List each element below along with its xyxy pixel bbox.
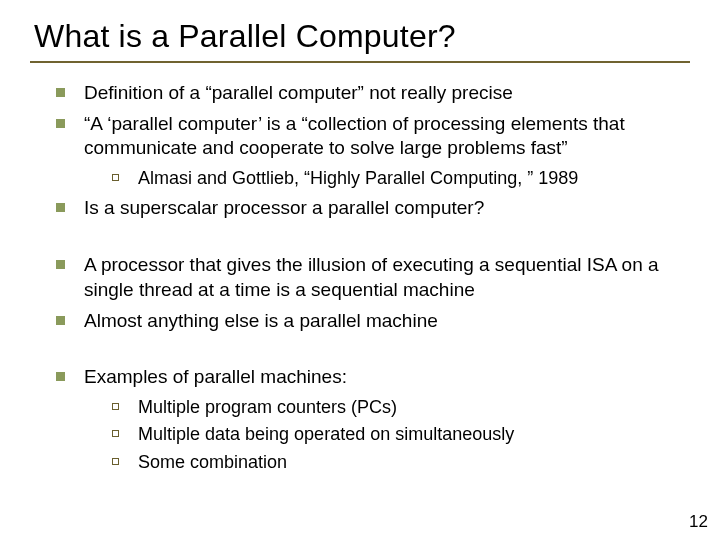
bullet-list: Examples of parallel machines: Multiple … [56,365,690,474]
bullet-item: Almost anything else is a parallel machi… [56,309,690,334]
bullet-text: “A ‘parallel computer’ is a “collection … [84,113,625,159]
bullet-text: Examples of parallel machines: [84,366,347,387]
bullet-item: “A ‘parallel computer’ is a “collection … [56,112,690,191]
bullet-item: Examples of parallel machines: Multiple … [56,365,690,474]
sub-bullet-list: Multiple program counters (PCs) Multiple… [112,396,690,474]
bullet-item: A processor that gives the illusion of e… [56,253,690,302]
sub-bullet-item: Multiple program counters (PCs) [112,396,690,419]
page-number: 12 [689,512,708,532]
sub-bullet-item: Some combination [112,451,690,474]
bullet-list: Definition of a “parallel computer” not … [56,81,690,221]
sub-bullet-item: Multiple data being operated on simultan… [112,423,690,446]
bullet-item: Definition of a “parallel computer” not … [56,81,690,106]
slide: What is a Parallel Computer? Definition … [0,0,720,540]
bullet-item: Is a superscalar processor a parallel co… [56,196,690,221]
sub-bullet-list: Almasi and Gottlieb, “Highly Parallel Co… [112,167,690,190]
sub-bullet-item: Almasi and Gottlieb, “Highly Parallel Co… [112,167,690,190]
slide-title: What is a Parallel Computer? [34,18,690,55]
title-underline [30,61,690,63]
spacer [30,227,690,253]
bullet-list: A processor that gives the illusion of e… [56,253,690,333]
spacer [30,339,690,365]
